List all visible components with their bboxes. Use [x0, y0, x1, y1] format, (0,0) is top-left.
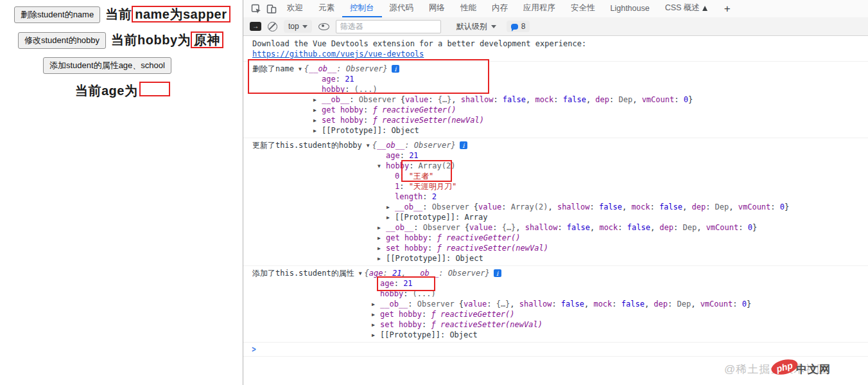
device-toolbar-icon[interactable] [264, 1, 279, 17]
disclosure-arrow-icon[interactable]: ▶ [372, 300, 380, 310]
disclosure-arrow-icon[interactable]: ▶ [313, 126, 322, 136]
devtools-tab[interactable]: 性能 [453, 1, 484, 17]
annotation-redbox: 原神 [191, 31, 223, 48]
console-row: ▶__ob__: Observer {value: Array(2), shal… [243, 202, 868, 212]
disclosure-arrow-icon[interactable]: ▼ [299, 64, 302, 75]
devtools-tab[interactable]: 网络 [421, 1, 453, 17]
console-output: Download the Vue Devtools extension for … [243, 36, 868, 385]
console-toolbar: → top 默认级别 8 [243, 17, 868, 36]
disclosure-arrow-icon[interactable]: ▶ [313, 105, 322, 116]
console-row: ▶get hobby: ƒ reactiveGetter() [243, 309, 868, 319]
devtools-tab[interactable]: Lighthouse [603, 1, 657, 17]
console-row: ▶set hobby: ƒ reactiveSetter(newVal) [243, 319, 868, 330]
tabs: 欢迎元素控制台源代码网络性能内存应用程序安全性LighthouseCSS 概述 [279, 1, 715, 17]
annotation-redbox [139, 82, 170, 96]
console-message-header: 添加了this.student的属性▼{age: 21, __ob__: Obs… [243, 268, 868, 278]
issues-badge[interactable]: 8 [507, 21, 530, 32]
row-modify-hobby: 修改student的hobby 当前hobby为原神 [18, 31, 223, 49]
annotation-redbox: name为sapper [132, 6, 230, 22]
console-row: ▶get hobby: ƒ reactiveGetter() [243, 105, 868, 115]
disclosure-arrow-icon[interactable]: ▶ [372, 320, 380, 330]
console-row: 0: "王者" [243, 171, 868, 181]
prompt-chevron-icon: > [252, 344, 256, 354]
issues-bubble-icon [511, 24, 518, 30]
devtools-panel: 欢迎元素控制台源代码网络性能内存应用程序安全性LighthouseCSS 概述 … [243, 0, 868, 385]
console-row: ▶[[Prototype]]: Array [243, 212, 868, 222]
disclosure-arrow-icon[interactable]: ▶ [378, 233, 386, 244]
devtools-tab[interactable]: CSS 概述 [657, 1, 715, 17]
row-add-props: 添加student的属性age、school [43, 57, 171, 74]
devtools-tab[interactable]: 源代码 [382, 1, 422, 17]
chevron-down-icon [491, 25, 496, 28]
console-row: age: 21 [243, 278, 868, 289]
info-icon[interactable] [460, 141, 467, 149]
console-row: ▶[[Prototype]]: Object [243, 330, 868, 340]
console-row: ▶[[Prototype]]: Object [243, 253, 868, 264]
screenshot-root: 删除student的name 当前name为sapper 修改student的h… [0, 0, 868, 385]
clear-console-icon[interactable] [268, 22, 277, 31]
disclosure-arrow-icon[interactable]: ▶ [378, 244, 386, 254]
console-message: 更新了this.student的hobby▼{__ob__: Observer}… [243, 138, 868, 266]
watermark-cn-text: 中文网 [796, 362, 831, 377]
disclosure-arrow-icon[interactable]: ▶ [378, 254, 386, 264]
devtools-tab[interactable]: 元素 [311, 1, 342, 17]
disclosure-arrow-icon[interactable]: ▼ [378, 161, 386, 172]
devtools-tab[interactable]: 应用程序 [516, 1, 563, 17]
console-row: ▶__ob__: Observer {value: {…}, shallow: … [243, 222, 868, 233]
context-selector[interactable]: top [284, 20, 312, 33]
banner-text: Download the Vue Devtools extension for … [243, 39, 868, 49]
devtools-tabbar: 欢迎元素控制台源代码网络性能内存应用程序安全性LighthouseCSS 概述 … [243, 0, 868, 18]
console-row: 1: "天涯明月刀" [243, 181, 868, 192]
disclosure-arrow-icon[interactable]: ▶ [386, 213, 395, 223]
console-message-header: 更新了this.student的hobby▼{__ob__: Observer} [243, 140, 868, 150]
modify-hobby-button[interactable]: 修改student的hobby [18, 32, 106, 49]
info-icon[interactable] [494, 269, 501, 277]
devtools-tab[interactable]: 控制台 [342, 1, 382, 17]
log-level-selector[interactable]: 默认级别 [456, 21, 496, 32]
console-entries: 删除了name▼{__ob__: Observer}age: 21hobby: … [243, 62, 868, 343]
devtools-tab[interactable]: 内存 [484, 1, 516, 17]
console-message-header: 删除了name▼{__ob__: Observer} [243, 64, 868, 74]
console-row: ▼hobby: Array(2) [243, 161, 868, 171]
console-row: age: 21 [243, 74, 868, 84]
console-row: age: 21 [243, 150, 868, 161]
current-hobby-text: 当前hobby为原神 [111, 31, 223, 49]
disclosure-arrow-icon[interactable]: ▼ [367, 141, 370, 151]
vue-devtools-banner: Download the Vue Devtools extension for … [243, 36, 868, 62]
disclosure-arrow-icon[interactable]: ▶ [378, 223, 386, 233]
filter-input[interactable] [336, 20, 441, 33]
disclosure-arrow-icon[interactable]: ▶ [313, 95, 322, 105]
row-current-age: 当前age为 [75, 82, 170, 100]
vue-devtools-link[interactable]: https://github.com/vuejs/vue-devtools [243, 49, 868, 59]
flask-icon [702, 6, 707, 11]
info-icon[interactable] [392, 65, 399, 73]
disclosure-arrow-icon[interactable]: ▶ [372, 330, 380, 341]
console-row: ▶[[Prototype]]: Object [243, 125, 868, 136]
disclosure-arrow-icon[interactable]: ▶ [372, 310, 380, 320]
console-row: hobby: (...) [243, 84, 868, 94]
inspect-element-icon[interactable] [248, 1, 264, 17]
current-age-text: 当前age为 [75, 82, 170, 100]
devtools-tab[interactable]: 欢迎 [279, 1, 311, 17]
watermark: @稀土掘金技术社区 php 中文网 [724, 359, 859, 379]
console-row: ▶get hobby: ƒ reactiveGetter() [243, 233, 868, 243]
more-tabs-icon[interactable]: + [724, 3, 731, 15]
devtools-tab[interactable]: 安全性 [563, 1, 603, 17]
console-prompt[interactable]: > [243, 343, 868, 357]
console-row: ▶set hobby: ƒ reactiveSetter(newVal) [243, 115, 868, 125]
console-message: 删除了name▼{__ob__: Observer}age: 21hobby: … [243, 62, 868, 138]
disclosure-arrow-icon[interactable]: ▶ [386, 202, 395, 213]
console-message: 添加了this.student的属性▼{age: 21, __ob__: Obs… [243, 266, 868, 343]
delete-name-button[interactable]: 删除student的name [14, 6, 100, 23]
live-expression-icon[interactable] [318, 23, 329, 30]
console-row: ▶set hobby: ƒ reactiveSetter(newVal) [243, 243, 868, 253]
disclosure-arrow-icon[interactable]: ▶ [313, 116, 322, 126]
current-name-text: 当前name为sapper [105, 6, 230, 23]
add-props-button[interactable]: 添加student的属性age、school [43, 57, 171, 74]
demo-page: 删除student的name 当前name为sapper 修改student的h… [0, 0, 243, 385]
row-delete-name: 删除student的name 当前name为sapper [14, 6, 230, 23]
chevron-down-icon [302, 25, 308, 28]
disclosure-arrow-icon[interactable]: ▼ [359, 269, 362, 279]
console-sidebar-icon[interactable]: → [250, 22, 261, 31]
console-row: ▶__ob__: Observer {value: {…}, shallow: … [243, 94, 868, 105]
